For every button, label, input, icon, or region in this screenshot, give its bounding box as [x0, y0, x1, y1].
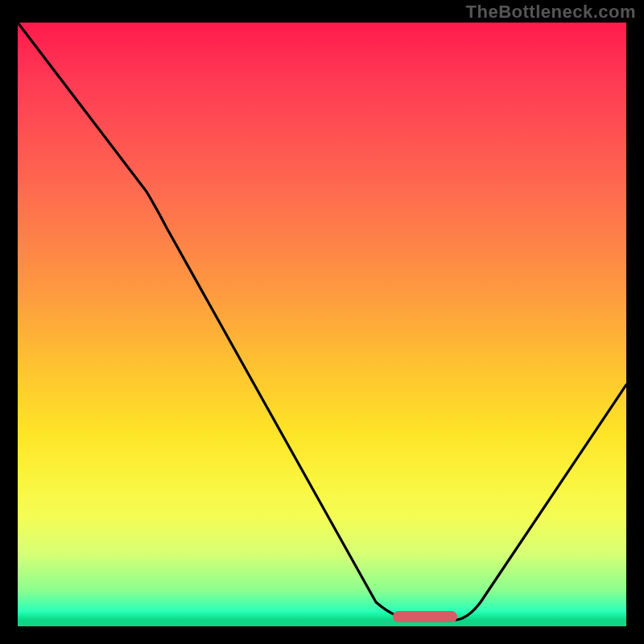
- chart-frame: TheBottleneck.com: [0, 0, 644, 644]
- optimal-range-marker: [393, 611, 457, 622]
- watermark-text: TheBottleneck.com: [466, 2, 636, 23]
- bottleneck-curve: [18, 23, 626, 626]
- plot-area: [18, 23, 626, 626]
